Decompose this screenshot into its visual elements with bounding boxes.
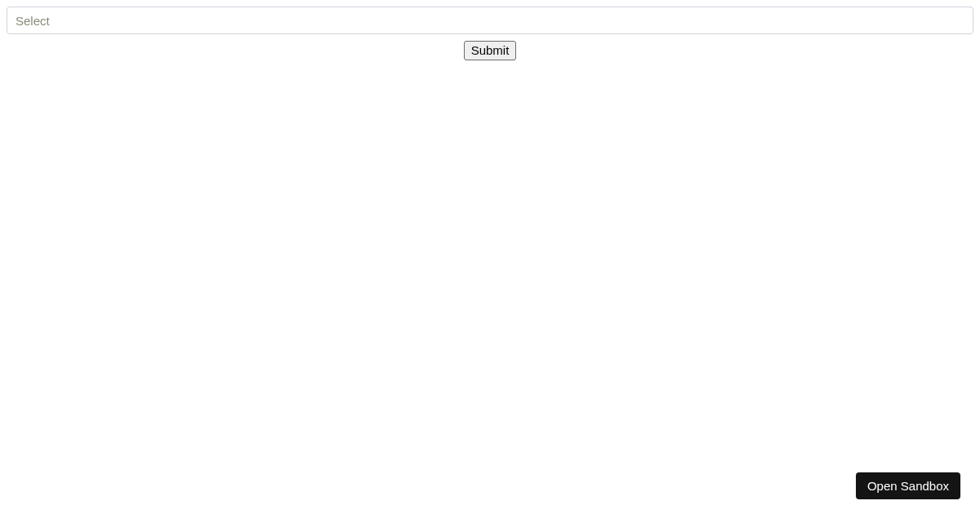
- form-container: Submit: [0, 7, 980, 60]
- submit-button[interactable]: Submit: [464, 41, 517, 60]
- open-sandbox-button[interactable]: Open Sandbox: [856, 472, 960, 499]
- select-input[interactable]: [7, 7, 973, 34]
